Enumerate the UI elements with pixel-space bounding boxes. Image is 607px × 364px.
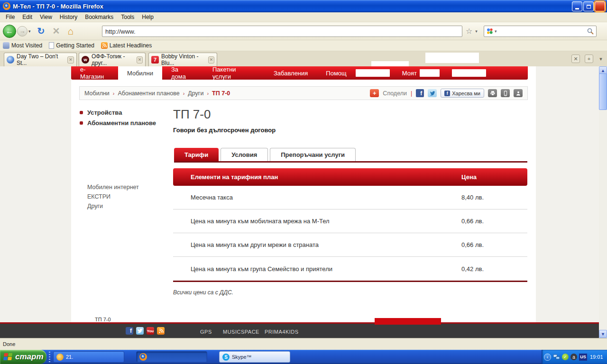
page-icon — [49, 42, 54, 49]
vat-note: Всички цени са с ДДС. — [173, 289, 233, 296]
facebook-icon[interactable]: f — [416, 89, 424, 97]
search-input[interactable] — [497, 27, 587, 36]
browser-tab-3[interactable]: 7 Bobby Vinton - Blu... ✕ — [148, 53, 217, 66]
youtube-icon[interactable]: You — [147, 327, 154, 335]
magnifier-icon[interactable] — [587, 27, 594, 35]
redaction — [452, 69, 486, 77]
bookmark-most-visited[interactable]: Most Visited — [3, 42, 42, 49]
menu-view[interactable]: View — [36, 13, 56, 21]
footer-link-gps[interactable]: GPS — [200, 329, 212, 335]
sidebar-item-mobilen-internet[interactable]: Мобилен интернет — [87, 184, 139, 193]
tab-close-icon[interactable]: ✕ — [208, 56, 214, 64]
sidebar: Устройства Абонаментни планове — [80, 107, 156, 128]
nav-paketni[interactable]: Пакетни услуги — [203, 66, 265, 80]
tab-tarifi[interactable]: Тарифи — [174, 148, 219, 161]
scroll-down-icon[interactable]: ▼ — [599, 330, 607, 338]
forward-button[interactable]: → — [17, 26, 28, 36]
menubar: File Edit View History Bookmarks Tools H… — [0, 12, 607, 22]
back-button[interactable]: ← — [3, 25, 16, 38]
url-bar[interactable]: http://www. — [102, 26, 462, 37]
bookmark-latest-headlines[interactable]: Latest Headlines — [101, 42, 152, 49]
twitter-icon[interactable] — [428, 89, 437, 97]
antivirus-shield-icon[interactable]: ✓ — [562, 354, 569, 360]
column-header-price: Цена — [461, 173, 477, 181]
menu-history[interactable]: History — [56, 13, 81, 21]
skype-icon: S — [222, 354, 230, 361]
list-tabs-dropdown-icon[interactable]: ▾ — [597, 55, 605, 63]
scrollbar-thumb[interactable] — [599, 73, 607, 110]
rss-icon — [101, 42, 108, 49]
tab-preporachani[interactable]: Препоръчани услуги — [270, 148, 356, 161]
language-indicator[interactable]: US — [579, 354, 587, 361]
sidebar-item-drugi[interactable]: Други — [87, 203, 139, 212]
bookmark-getting-started[interactable]: Getting Started — [49, 42, 94, 49]
taskbar-button-skype[interactable]: S Skype™ — [219, 351, 290, 363]
taskbar-button-firefox[interactable] — [136, 351, 207, 363]
share-label[interactable]: Сподели — [383, 90, 407, 97]
tray-chevron-icon[interactable]: ‹ — [544, 354, 551, 361]
footer-plan-link[interactable]: ТП 7-0 — [95, 317, 111, 322]
nav-mobilni[interactable]: Мобилни — [118, 66, 162, 80]
menu-file[interactable]: File — [2, 13, 18, 21]
tariff-element-price: 0,42 лв. — [461, 265, 484, 273]
nav-pomosht[interactable]: Помощ — [317, 66, 355, 80]
sidebar-item-abonamentni[interactable]: Абонаментни планове — [80, 118, 156, 128]
tray-a-icon[interactable]: a — [570, 354, 577, 360]
facebook-icon[interactable]: f — [126, 327, 133, 335]
reload-button[interactable]: ↻ — [37, 26, 45, 36]
browser-tab-1[interactable]: Day Two – Don't St... ✕ — [4, 53, 77, 66]
menu-bookmarks[interactable]: Bookmarks — [81, 13, 117, 21]
table-header: Елементи на тарифния план Цена — [173, 168, 527, 186]
tab-close-icon[interactable]: ✕ — [137, 56, 143, 64]
rss-icon[interactable] — [157, 327, 165, 335]
taskbar-button-1[interactable]: 21. — [53, 351, 124, 363]
menu-help[interactable]: Help — [138, 13, 157, 21]
vertical-scrollbar[interactable]: ▲ ▼ — [599, 66, 607, 338]
contact-button[interactable] — [514, 89, 523, 97]
sidebar-item-ekstri[interactable]: ЕКСТРИ — [87, 193, 139, 203]
close-button[interactable] — [595, 1, 605, 11]
nav-zadoma[interactable]: За дома — [162, 66, 203, 80]
breadcrumb-mobilni[interactable]: Мобилни — [84, 90, 110, 97]
network-icon[interactable] — [553, 354, 560, 361]
tab-close-button[interactable]: ✕ — [571, 55, 580, 63]
footer-link-musicspace[interactable]: MUSICSPACE — [223, 329, 259, 335]
minimize-button[interactable] — [572, 1, 582, 11]
content-tabs: Тарифи Условия Препоръчани услуги — [174, 148, 356, 161]
window-title: М-Тел - ТП 7-0 - Mozilla Firefox — [13, 3, 103, 10]
menu-tools[interactable]: Tools — [117, 13, 138, 21]
tab-uslovia[interactable]: Условия — [221, 148, 268, 161]
nav-zabavlenia[interactable]: Забавления — [265, 66, 317, 80]
start-button[interactable]: старт — [0, 350, 46, 364]
footer-link-prima4kids[interactable]: PRIMA4KIDS — [265, 329, 299, 335]
mobile-version-button[interactable] — [501, 89, 510, 97]
twitter-icon[interactable] — [136, 327, 144, 335]
bookmark-star-icon[interactable]: ☆ — [466, 27, 472, 36]
breadcrumb-drugi[interactable]: Други — [188, 90, 203, 97]
person-icon — [515, 91, 521, 96]
addthis-share-icon[interactable]: + — [370, 89, 379, 97]
breadcrumb-bar: Мобилни › Абонаментни планове › Други › … — [79, 86, 528, 100]
history-dropdown-icon[interactable]: ▾ — [28, 29, 31, 34]
url-dropdown-icon[interactable]: ▾ — [475, 29, 478, 34]
nav-emagazin[interactable]: е-Магазин — [71, 66, 118, 80]
system-tray: ‹ ✓ a US 19:01 — [542, 350, 607, 364]
firefox-icon — [139, 353, 147, 361]
stop-button[interactable]: ✕ — [52, 26, 60, 36]
redaction — [375, 318, 441, 325]
seven-favicon: 7 — [151, 56, 159, 64]
new-tab-button[interactable]: + — [585, 55, 593, 63]
tab-close-icon[interactable]: ✕ — [67, 56, 74, 64]
tariff-element-name: Цена на минута към група Семейство и при… — [191, 265, 332, 273]
browser-tab-2[interactable]: W ОФФ-Топик - друг... ✕ — [79, 53, 146, 66]
nav-moyat[interactable]: Моят — [402, 69, 440, 77]
window-titlebar: М-Тел - ТП 7-0 - Mozilla Firefox — [0, 0, 607, 12]
breadcrumb-abonamentni[interactable]: Абонаментни планове — [118, 90, 180, 97]
search-box[interactable]: ▾ — [484, 26, 597, 37]
home-button[interactable]: ⌂ — [67, 26, 74, 37]
menu-edit[interactable]: Edit — [18, 13, 36, 21]
print-button[interactable] — [488, 89, 497, 97]
sidebar-item-ustroystva[interactable]: Устройства — [80, 107, 156, 118]
restore-button[interactable] — [583, 1, 594, 11]
facebook-like-button[interactable]: f Харесва ми — [441, 89, 484, 98]
